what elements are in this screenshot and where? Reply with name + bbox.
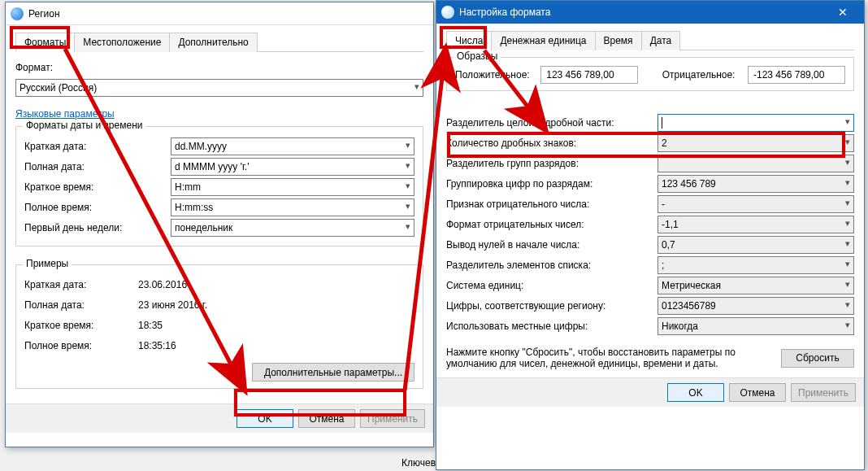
samples-group: Образцы Положительное: 123 456 789,00 От… [446, 57, 854, 91]
ok-button[interactable]: OK [237, 409, 293, 428]
samples-legend: Образцы [454, 50, 501, 62]
cancel-button-2[interactable]: Отмена [729, 383, 786, 402]
dt-row-combo-4[interactable]: понедельник [171, 219, 414, 237]
num-row-combo-2[interactable] [658, 155, 854, 172]
reset-hint: Нажмите кнопку "Сбросить", чтобы восстан… [446, 347, 766, 369]
tab-currency[interactable]: Денежная единица [491, 31, 595, 50]
region-title: Регион [28, 8, 428, 20]
dt-row-label: Полная дата: [24, 161, 171, 172]
format-footer: OK Отмена Применить [436, 377, 864, 407]
dt-row-label: Краткое время: [24, 181, 171, 193]
num-row-combo-10[interactable]: Никогда [658, 317, 854, 335]
region-footer: OK Отмена Применить [6, 403, 433, 433]
cancel-button[interactable]: Отмена [298, 409, 355, 428]
region-tabs: Форматы Местоположение Дополнительно [15, 32, 423, 52]
num-row-label-9: Цифры, соответствующие региону: [446, 300, 658, 312]
dt-legend: Форматы даты и времени [23, 120, 145, 131]
num-row-combo-8[interactable]: Метрическая [658, 277, 854, 294]
num-row-combo-6[interactable]: 0,7 [658, 236, 854, 254]
region-titlebar: Регион [6, 2, 433, 25]
num-row-label-5: Формат отрицательных чисел: [446, 219, 658, 230]
num-row-combo-5[interactable]: -1,1 [658, 216, 854, 233]
num-row-label-4: Признак отрицательного числа: [446, 198, 658, 210]
format-label: Формат: [15, 62, 162, 73]
globe-icon [11, 7, 24, 20]
ok-button-2[interactable]: OK [667, 383, 724, 402]
tab-numbers[interactable]: Числа [446, 31, 492, 50]
num-row-combo-4[interactable]: - [658, 195, 854, 213]
globe-icon [441, 6, 454, 19]
close-icon[interactable]: ✕ [827, 3, 859, 21]
tab-location[interactable]: Местоположение [74, 33, 170, 52]
ex-row-label: Краткая дата: [24, 279, 138, 290]
datetime-formats-group: Форматы даты и времени Краткая дата:dd.M… [15, 126, 423, 246]
dt-row-combo-3[interactable]: H:mm:ss [171, 198, 414, 216]
apply-button: Применить [360, 409, 425, 428]
tab-advanced[interactable]: Дополнительно [169, 33, 257, 52]
ex-row-value: 23 июня 2016 г. [138, 299, 207, 311]
dt-row-label: Полное время: [24, 202, 171, 213]
language-params-link[interactable]: Языковые параметры [15, 108, 115, 120]
examples-group: Примеры Краткая дата:23.06.2016Полная да… [15, 264, 423, 389]
negative-label: Отрицательное: [662, 69, 740, 81]
num-row-label-2: Разделитель групп разрядов: [446, 158, 658, 169]
num-row-label-3: Группировка цифр по разрядам: [446, 178, 658, 190]
format-combo[interactable]: Русский (Россия) [15, 79, 423, 97]
ex-legend: Примеры [23, 258, 72, 269]
num-row-label-8: Система единиц: [446, 280, 658, 291]
num-row-label-1: Количество дробных знаков: [446, 137, 658, 149]
num-row-combo-9[interactable]: 0123456789 [658, 297, 854, 315]
ex-row-label: Полная дата: [24, 299, 138, 311]
dt-row-label: Краткая дата: [24, 141, 171, 152]
format-settings-titlebar: Настройка формата ✕ [436, 1, 864, 24]
ex-row-value: 18:35:16 [138, 340, 176, 351]
num-row-combo-1[interactable]: 2 [658, 134, 854, 152]
format-tabs: Числа Денежная единица Время Дата [446, 30, 854, 50]
ex-row-value: 18:35 [138, 320, 163, 331]
dt-row-combo-2[interactable]: H:mm [171, 178, 414, 196]
num-row-label-7: Разделитель элементов списка: [446, 259, 658, 271]
tab-time[interactable]: Время [595, 31, 642, 50]
dt-row-label: Первый день недели: [24, 222, 171, 233]
positive-label: Положительное: [455, 69, 532, 81]
positive-sample: 123 456 789,00 [540, 66, 638, 84]
tab-date[interactable]: Дата [641, 31, 681, 50]
ex-row-label: Полное время: [24, 340, 138, 351]
num-row-combo-7[interactable]: ; [658, 256, 854, 274]
dt-row-combo-0[interactable]: dd.MM.yyyy [171, 137, 414, 155]
ex-row-label: Краткое время: [24, 320, 138, 331]
reset-button[interactable]: Сбросить [781, 349, 854, 368]
num-row-label-6: Вывод нулей в начале числа: [446, 239, 658, 251]
num-row-label-0: Разделитель целой и дробной части: [446, 117, 658, 129]
dt-row-combo-1[interactable]: d MMMM yyyy 'г.' [171, 158, 414, 176]
additional-params-button[interactable]: Дополнительные параметры... [252, 363, 414, 382]
format-settings-title: Настройка формата [459, 7, 827, 18]
num-row-combo-3[interactable]: 123 456 789 [658, 175, 854, 193]
negative-sample: -123 456 789,00 [748, 66, 845, 84]
num-row-label-10: Использовать местные цифры: [446, 321, 658, 332]
ex-row-value: 23.06.2016 [138, 279, 187, 290]
tab-formats[interactable]: Форматы [15, 33, 75, 52]
apply-button-2: Применить [791, 383, 856, 402]
num-row-combo-0[interactable] [658, 114, 854, 132]
